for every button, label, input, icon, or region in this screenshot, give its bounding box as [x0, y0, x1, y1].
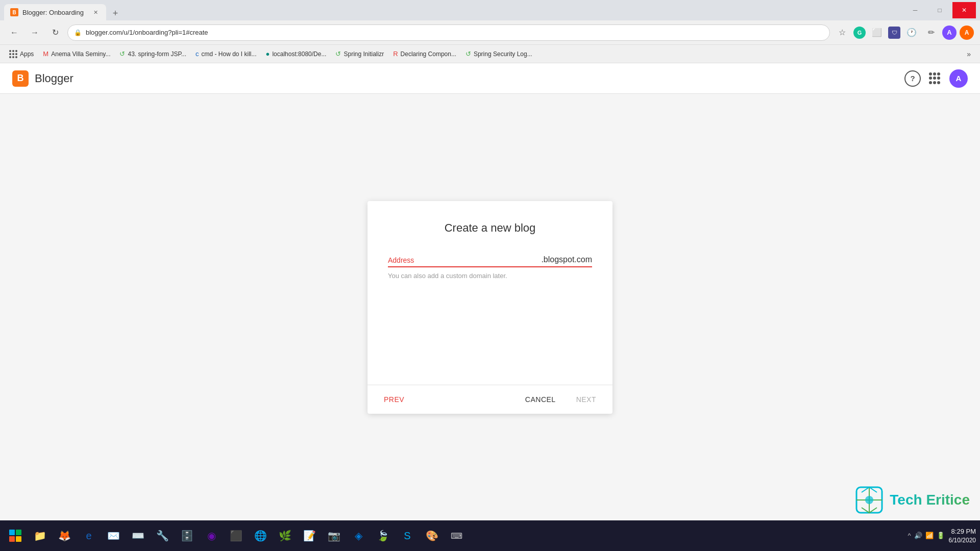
extensions-icon[interactable]: ⬜ — [869, 24, 885, 41]
taskbar-evernote[interactable]: 🌿 — [274, 524, 296, 547]
taskbar-file-explorer[interactable]: 📁 — [29, 524, 51, 547]
taskbar-firefox[interactable]: 🦊 — [53, 524, 76, 547]
tray-speaker-icon[interactable]: 🔊 — [914, 532, 922, 539]
bookmarks-more-button[interactable]: » — [963, 48, 975, 60]
bookmark-favicon-5: ↺ — [335, 50, 341, 58]
tray-network-icon[interactable]: 📶 — [925, 532, 934, 539]
header-user-avatar[interactable]: A — [949, 69, 968, 88]
bookmark-3[interactable]: c cmd - How do I kill... — [191, 48, 261, 60]
address-hint: You can also add a custom domain later. — [388, 271, 592, 281]
bookmark-label-3: cmd - How do I kill... — [201, 51, 256, 58]
refresh-button[interactable]: ↻ — [47, 24, 63, 41]
taskbar-keyboard2[interactable]: ⌨ — [445, 524, 468, 547]
shield-icon[interactable]: 🛡 — [888, 27, 900, 39]
address-label: Address — [388, 256, 429, 264]
maximize-button[interactable]: □ — [928, 2, 951, 18]
create-blog-dialog: Create a new blog Address .blogspot.com … — [368, 201, 612, 414]
address-section: Address .blogspot.com You can also add a… — [388, 255, 592, 281]
url-text: blogger.com/u/1/onboarding?pli=1#create — [86, 29, 823, 36]
taskbar-terminal[interactable]: ⬛ — [225, 524, 247, 547]
taskbar-skype[interactable]: S — [396, 524, 419, 547]
new-tab-button[interactable]: + — [108, 6, 122, 20]
bookmark-apps[interactable]: Apps — [5, 48, 38, 60]
active-tab[interactable]: B Blogger: Onboarding ✕ — [4, 4, 106, 20]
bookmark-6[interactable]: R Declaring Compon... — [389, 48, 460, 60]
bookmark-7[interactable]: ↺ Spring Security Log... — [461, 48, 536, 60]
taskbar-ie[interactable]: e — [78, 524, 100, 547]
tab-close-button[interactable]: ✕ — [91, 8, 100, 17]
taskbar: 📁 🦊 e ✉️ ⌨️ 🔧 🗄️ ◉ ⬛ 🌐 🌿 📝 📷 ◈ 🍃 S — [0, 520, 980, 551]
grammarly-icon[interactable]: G — [853, 27, 866, 39]
taskbar-tools[interactable]: 🔧 — [151, 524, 174, 547]
bookmark-favicon-1: M — [43, 50, 48, 58]
bookmark-favicon-4: ● — [266, 50, 270, 58]
apps-grid-icon — [9, 50, 17, 58]
system-tray-icons: ^ 🔊 📶 🔋 — [908, 532, 945, 539]
browser-toolbar: ← → ↻ 🔒 blogger.com/u/1/onboarding?pli=1… — [0, 20, 980, 45]
taskbar-mail[interactable]: ✉️ — [102, 524, 125, 547]
dialog-title: Create a new blog — [388, 221, 592, 235]
clock-history-icon[interactable]: 🕐 — [903, 24, 920, 41]
bookmark-1[interactable]: M Anema Villa Seminy... — [39, 48, 114, 60]
taskbar-sticky[interactable]: 📝 — [298, 524, 321, 547]
taskbar-paint[interactable]: 🎨 — [421, 524, 443, 547]
bookmark-favicon-6: R — [393, 50, 398, 58]
blogger-header-right: ? A — [904, 69, 968, 88]
star-icon[interactable]: ☆ — [834, 24, 850, 41]
svg-point-3 — [865, 496, 873, 504]
back-button[interactable]: ← — [6, 24, 22, 41]
apps-menu-icon[interactable] — [929, 72, 941, 85]
prev-button[interactable]: PREV — [376, 391, 412, 408]
blogger-app-name: Blogger — [35, 72, 74, 85]
taskbar-db[interactable]: 🗄️ — [176, 524, 198, 547]
toolbar-icons: ☆ G ⬜ 🛡 🕐 ✏ A A — [834, 24, 974, 41]
cancel-button[interactable]: CANCEL — [517, 391, 564, 408]
dialog-body: Create a new blog Address .blogspot.com … — [368, 201, 612, 385]
bookmark-label-1: Anema Villa Seminy... — [51, 51, 110, 58]
taskbar-photo[interactable]: 📷 — [323, 524, 345, 547]
window-controls: ─ □ ✕ — [903, 2, 976, 18]
tab-title: Blogger: Onboarding — [22, 9, 84, 16]
pen-icon[interactable]: ✏ — [923, 24, 939, 41]
address-field-row: Address .blogspot.com — [388, 255, 592, 267]
taskbar-leaf[interactable]: 🍃 — [372, 524, 394, 547]
taskbar-chrome[interactable]: 🌐 — [249, 524, 272, 547]
taskbar-vscode[interactable]: ◈ — [347, 524, 370, 547]
user-avatar[interactable]: A — [942, 26, 957, 40]
watermark-logo-icon — [854, 485, 885, 515]
bookmark-label-6: Declaring Compon... — [401, 51, 456, 58]
bookmark-4[interactable]: ● localhost:8080/De... — [262, 48, 331, 60]
next-button[interactable]: NEXT — [568, 391, 604, 408]
apps-label: Apps — [20, 51, 34, 58]
profile-icon[interactable]: A — [960, 26, 974, 40]
taskbar-eclipse[interactable]: ◉ — [200, 524, 223, 547]
taskbar-keyboard[interactable]: ⌨️ — [127, 524, 149, 547]
bookmark-5[interactable]: ↺ Spring Initializr — [331, 48, 388, 60]
bookmarks-bar: Apps M Anema Villa Seminy... ↺ 43. sprin… — [0, 45, 980, 63]
taskbar-clock[interactable]: 8:29 PM 6/10/2020 — [949, 527, 976, 545]
tray-expand-icon[interactable]: ^ — [908, 532, 911, 539]
start-button[interactable] — [4, 524, 27, 547]
bookmark-label-5: Spring Initializr — [344, 51, 384, 58]
bookmark-favicon-3: c — [195, 50, 199, 58]
forward-button[interactable]: → — [27, 24, 43, 41]
address-bar[interactable]: 🔒 blogger.com/u/1/onboarding?pli=1#creat… — [67, 24, 830, 41]
bookmark-label-2: 43. spring-form JSP... — [128, 51, 186, 58]
watermark: Tech Eritice — [854, 485, 970, 515]
blogspot-suffix: .blogspot.com — [541, 255, 592, 264]
blogger-header: B Blogger ? A — [0, 63, 980, 94]
browser-titlebar: B Blogger: Onboarding ✕ + ─ □ ✕ — [0, 0, 980, 20]
page-main-content: Create a new blog Address .blogspot.com … — [0, 94, 980, 520]
bookmark-favicon-7: ↺ — [465, 50, 471, 58]
help-icon[interactable]: ? — [904, 70, 921, 87]
bookmark-2[interactable]: ↺ 43. spring-form JSP... — [115, 48, 190, 60]
windows-logo-icon — [9, 530, 21, 542]
tray-battery-icon[interactable]: 🔋 — [937, 532, 945, 539]
bookmark-label-4: localhost:8080/De... — [272, 51, 326, 58]
tab-bar: B Blogger: Onboarding ✕ + — [4, 0, 899, 20]
address-input[interactable] — [433, 255, 537, 264]
close-button[interactable]: ✕ — [952, 2, 976, 18]
bookmark-label-7: Spring Security Log... — [474, 51, 532, 58]
minimize-button[interactable]: ─ — [903, 2, 927, 18]
lock-icon: 🔒 — [74, 29, 82, 36]
